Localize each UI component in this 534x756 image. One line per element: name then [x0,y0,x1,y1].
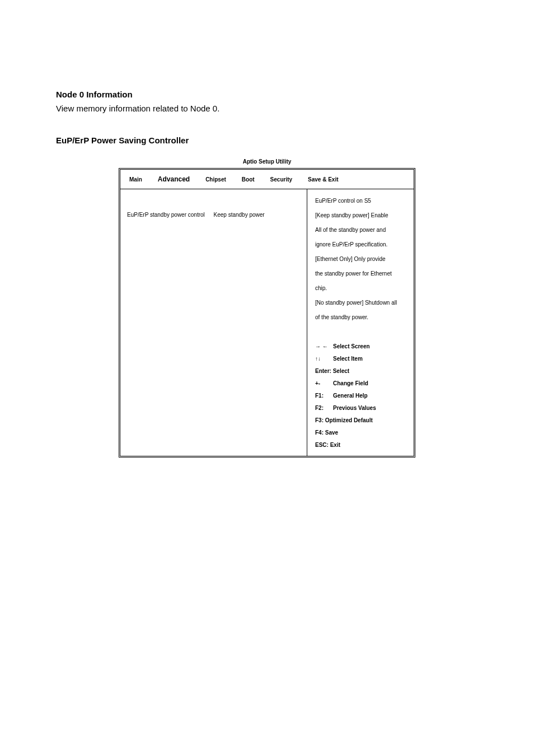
setting-label[interactable]: EuP/ErP standby power control [127,212,214,218]
key-select-item: ↑↓ [315,353,333,365]
key-f4-action: Save [325,430,338,436]
node0-body: View memory information related to Node … [56,104,478,113]
key-f3: F3: Optimized Default [315,414,373,427]
help-line: ignore EuP/ErP specification. [315,237,409,252]
tab-chipset[interactable]: Chipset [205,176,226,183]
tab-advanced[interactable]: Advanced [158,175,190,183]
key-enter-action: Select [333,368,349,374]
key-f3-action: Optimized Default [325,417,373,423]
help-line: the standby power for Ethernet [315,267,409,281]
node0-heading: Node 0 Information [56,90,478,99]
action-f2: Previous Values [333,402,376,414]
action-select-item: Select Item [333,353,363,365]
key-esc-key: ESC: [315,442,329,448]
key-change: +- [315,377,333,390]
key-f4-key: F4: [315,430,324,436]
bios-title: Aptio Setup Utility [119,158,415,165]
setting-value[interactable]: Keep standby power [214,212,301,218]
key-f2: F2: [315,402,333,414]
help-line: chip. [315,281,409,296]
help-line: of the standby power. [315,310,409,325]
bios-settings-area: EuP/ErP standby power control Keep stand… [120,189,307,456]
key-esc: ESC: Exit [315,439,340,451]
key-select-screen: → ← [315,340,333,353]
bios-help-area: EuP/ErP control on S5 [Keep standby powe… [307,189,414,456]
tab-security[interactable]: Security [270,176,292,183]
tab-save-exit[interactable]: Save & Exit [308,176,338,183]
bios-tab-bar: Main Advanced Chipset Boot Security Save… [120,170,414,189]
key-esc-action: Exit [330,442,340,448]
key-f3-key: F3: [315,417,324,423]
action-select-screen: Select Screen [333,340,370,353]
eup-erp-heading: EuP/ErP Power Saving Controller [56,136,478,145]
help-line: EuP/ErP control on S5 [315,194,409,208]
help-line: [Keep standby power] Enable [315,208,409,223]
help-line: [No standby power] Shutdown all [315,296,409,310]
help-line: [Ethernet Only] Only provide [315,252,409,267]
bios-panel: Main Advanced Chipset Boot Security Save… [119,168,415,458]
key-enter-key: Enter: [315,368,331,374]
tab-boot[interactable]: Boot [242,176,255,183]
action-f1: General Help [333,390,368,402]
key-f1: F1: [315,390,333,402]
tab-main[interactable]: Main [129,176,142,183]
key-f4: F4: Save [315,427,338,439]
help-line: All of the standby power and [315,223,409,237]
action-change: Change Field [333,377,368,390]
bios-key-help: → ← Select Screen ↑↓ Select Item Enter: [315,340,409,451]
key-enter: Enter: Select [315,365,349,377]
